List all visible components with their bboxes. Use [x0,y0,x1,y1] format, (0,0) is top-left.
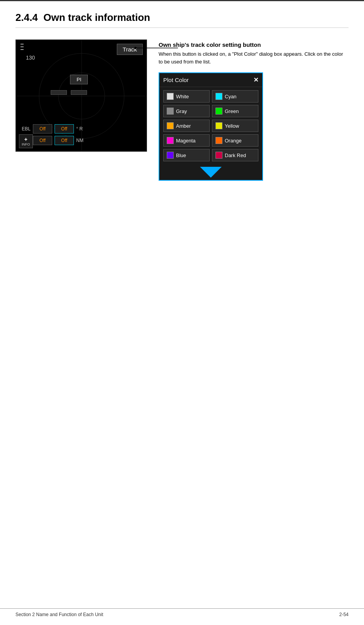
color-btn-gray[interactable]: Gray [163,105,210,117]
info-button[interactable]: + INFO [19,134,33,148]
info-plus-icon: + [24,136,27,142]
footer-left: Section 2 Name and Function of Each Unit [15,612,103,617]
plot-color-dialog: Plot Color ✕ WhiteCyanGrayGreenAmberYell… [159,72,263,181]
ebl-label: EBL [19,126,31,132]
ebl-row: EBL Off Off ° R [19,124,144,134]
color-label-green: Green [225,108,239,114]
color-btn-white[interactable]: White [163,90,210,103]
section-number: 2.4.4 [15,12,38,23]
color-btn-magenta[interactable]: Magenta [163,134,210,147]
color-swatch-orange [215,137,222,144]
color-label-dark-red: Dark Red [225,152,246,158]
scroll-down-arrow-icon[interactable] [200,167,222,178]
page-footer: Section 2 Name and Function of Each Unit… [0,608,364,617]
color-btn-yellow[interactable]: Yellow [212,120,258,132]
color-swatch-amber [167,122,174,129]
dialog-footer [159,164,262,180]
color-swatch-green [215,108,222,115]
color-btn-cyan[interactable]: Cyan [212,90,258,103]
color-swatch-blue [167,152,174,159]
ebl-vrm-area: EBL Off Off ° R VRM Off Off NM [19,124,144,147]
dialog-title: Plot Color [163,77,189,83]
track-button[interactable]: Track [117,44,143,55]
color-swatch-yellow [215,122,222,129]
color-btn-blue[interactable]: Blue [163,149,210,161]
color-swatch-magenta [167,137,174,144]
nm-label: NM [76,138,84,143]
vrm-off-btn-2[interactable]: Off [55,136,74,145]
radar-screen: 130 Track PI [15,39,147,152]
section-heading: 2.4.4 Own track information [15,12,349,28]
desc-text: When this button is clicked on, a "Plot … [159,50,349,65]
color-label-yellow: Yellow [225,123,239,129]
small-buttons-row [51,90,87,95]
color-label-gray: Gray [176,108,187,114]
color-swatch-cyan [215,93,222,100]
vrm-off-btn-1[interactable]: Off [33,136,52,145]
color-btn-green[interactable]: Green [212,105,258,117]
dialog-header: Plot Color ✕ [159,73,262,87]
info-label: INFO [22,142,30,146]
color-label-white: White [176,94,189,99]
color-label-magenta: Magenta [176,138,196,144]
desc-title: Own ship's track color setting button [159,41,349,48]
color-btn-amber[interactable]: Amber [163,120,210,132]
small-btn-2[interactable] [71,90,87,95]
color-label-blue: Blue [176,152,186,158]
color-label-cyan: Cyan [225,94,236,99]
color-swatch-gray [167,108,174,115]
dialog-color-grid: WhiteCyanGrayGreenAmberYellowMagentaOran… [159,87,262,164]
color-swatch-dark-red [215,152,222,159]
small-btn-1[interactable] [51,90,67,95]
vrm-row: VRM Off Off NM [19,136,144,145]
radar-panel: 130 Track PI [15,39,147,152]
color-label-orange: Orange [225,138,241,144]
ebl-off-btn-2[interactable]: Off [55,124,74,134]
footer-right: 2-54 [339,612,349,617]
ebl-off-btn-1[interactable]: Off [33,124,52,134]
section-title: Own track information [43,12,150,23]
color-swatch-white [167,93,174,100]
color-label-amber: Amber [176,123,191,129]
degree-r-label: ° R [76,126,83,132]
content-row: 130 Track PI [15,39,349,181]
dialog-close-button[interactable]: ✕ [253,76,258,84]
description-panel: Own ship's track color setting button Wh… [159,39,349,181]
color-btn-orange[interactable]: Orange [212,134,258,147]
pi-button[interactable]: PI [70,75,88,84]
color-btn-dark-red[interactable]: Dark Red [212,149,258,161]
